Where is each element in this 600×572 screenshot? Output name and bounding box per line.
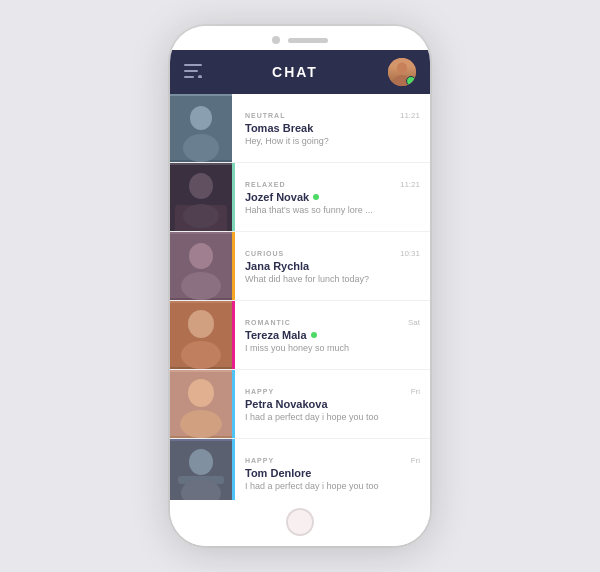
chat-preview: I had a perfect day i hope you too [245,412,420,422]
svg-point-20 [188,379,214,407]
phone-camera [272,36,280,44]
chat-meta: NEUTRAL 11:21 [245,111,420,120]
chat-name-row: Tereza Mala [245,329,420,341]
chat-meta: HAPPY Fri [245,456,420,465]
chat-item[interactable]: NEUTRAL 11:21 Tomas Break Hey, How it is… [170,94,430,163]
chat-name: Tom Denlore [245,467,311,479]
chat-name: Tereza Mala [245,329,307,341]
chat-item[interactable]: HAPPY Fri Petra Novakova I had a perfect… [170,370,430,439]
chat-name-row: Jozef Novak [245,191,420,203]
chat-name: Jozef Novak [245,191,309,203]
svg-point-4 [397,63,407,74]
chat-avatar [170,232,232,300]
chat-content: ROMANTIC Sat Tereza Mala I miss you hone… [235,301,430,369]
chat-mood: HAPPY [245,388,274,395]
chat-name-row: Jana Rychla [245,260,420,272]
chat-avatar [170,163,232,231]
svg-rect-2 [184,76,194,78]
svg-point-12 [183,204,219,228]
chat-meta: ROMANTIC Sat [245,318,420,327]
svg-point-23 [189,449,213,475]
chat-name-row: Petra Novakova [245,398,420,410]
chat-mood: RELAXED [245,181,285,188]
chat-content: HAPPY Fri Tom Denlore I had a perfect da… [235,439,430,500]
phone-bottom [170,500,430,546]
svg-point-21 [180,410,222,438]
header-title: CHAT [272,64,318,80]
chat-time: Fri [411,387,420,396]
chat-avatar [170,439,232,500]
chat-time: 11:21 [400,180,420,189]
chat-preview: Hey, How it is going? [245,136,420,146]
chat-preview: I had a perfect day i hope you too [245,481,420,491]
user-avatar[interactable] [388,58,416,86]
chat-content: NEUTRAL 11:21 Tomas Break Hey, How it is… [235,94,430,162]
chat-name-row: Tom Denlore [245,467,420,479]
chat-content: CURIOUS 10:31 Jana Rychla What did have … [235,232,430,300]
chat-list: NEUTRAL 11:21 Tomas Break Hey, How it is… [170,94,430,500]
chat-time: 11:21 [400,111,420,120]
online-indicator [313,194,319,200]
phone-screen: CHAT [170,50,430,500]
svg-point-5 [393,75,411,86]
chat-name: Tomas Break [245,122,313,134]
svg-point-15 [181,272,221,300]
chat-mood: CURIOUS [245,250,284,257]
chat-time: 10:31 [400,249,420,258]
chat-content: RELAXED 11:21 Jozef Novak Haha that's wa… [235,163,430,231]
chat-item[interactable]: RELAXED 11:21 Jozef Novak Haha that's wa… [170,163,430,232]
chat-mood: NEUTRAL [245,112,285,119]
svg-point-14 [189,243,213,269]
chat-name: Jana Rychla [245,260,309,272]
home-button[interactable] [286,508,314,536]
chat-preview: What did have for lunch today? [245,274,420,284]
phone-top [170,26,430,50]
chat-name-row: Tomas Break [245,122,420,134]
chat-preview: I miss you honey so much [245,343,420,353]
phone-speaker [288,38,328,43]
chat-meta: CURIOUS 10:31 [245,249,420,258]
svg-point-18 [181,341,221,369]
menu-icon[interactable] [184,62,202,83]
online-indicator [311,332,317,338]
chat-meta: HAPPY Fri [245,387,420,396]
chat-meta: RELAXED 11:21 [245,180,420,189]
chat-time: Fri [411,456,420,465]
svg-point-3 [198,75,202,78]
chat-mood: ROMANTIC [245,319,291,326]
chat-content: HAPPY Fri Petra Novakova I had a perfect… [235,370,430,438]
svg-point-8 [183,134,219,162]
chat-name: Petra Novakova [245,398,328,410]
chat-preview: Haha that's was so funny lore ... [245,205,420,215]
phone-frame: CHAT [170,26,430,546]
svg-rect-0 [184,64,202,66]
chat-time: Sat [408,318,420,327]
chat-avatar [170,94,232,162]
chat-avatar [170,370,232,438]
app-header: CHAT [170,50,430,94]
chat-item[interactable]: HAPPY Fri Tom Denlore I had a perfect da… [170,439,430,500]
svg-point-17 [188,310,214,338]
svg-point-10 [189,173,213,199]
chat-item[interactable]: CURIOUS 10:31 Jana Rychla What did have … [170,232,430,301]
chat-avatar [170,301,232,369]
svg-rect-1 [184,70,198,72]
chat-mood: HAPPY [245,457,274,464]
svg-point-7 [190,106,212,130]
chat-item[interactable]: ROMANTIC Sat Tereza Mala I miss you hone… [170,301,430,370]
